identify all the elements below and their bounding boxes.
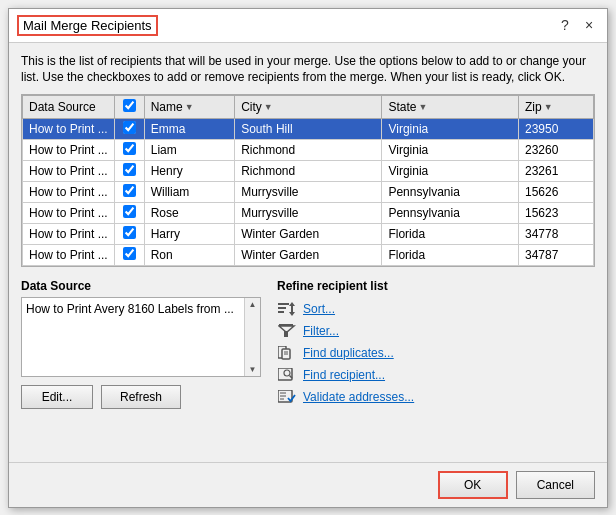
cell-city: Winter Garden (235, 245, 382, 266)
cell-name: William (144, 182, 234, 203)
filter-icon (277, 323, 297, 339)
cell-zip: 15626 (518, 182, 593, 203)
refine-recipient-item[interactable]: Find recipient... (277, 367, 595, 383)
svg-marker-4 (289, 312, 295, 316)
sort-icon (277, 301, 297, 317)
filter-link[interactable]: Filter... (303, 324, 339, 338)
city-sort-icon: ▼ (264, 102, 273, 112)
row-checkbox[interactable] (123, 163, 136, 176)
sort-link[interactable]: Sort... (303, 302, 335, 316)
dialog-body: This is the list of recipients that will… (9, 43, 607, 462)
table-row[interactable]: How to Print ...HarryWinter GardenFlorid… (23, 224, 594, 245)
cell-datasource: How to Print ... (23, 224, 115, 245)
refine-sort-item[interactable]: Sort... (277, 301, 595, 317)
cell-state: Florida (382, 224, 519, 245)
row-checkbox[interactable] (123, 226, 136, 239)
cell-datasource: How to Print ... (23, 119, 115, 140)
find-duplicates-link[interactable]: Find duplicates... (303, 346, 394, 360)
title-bar-left: Mail Merge Recipients (17, 15, 158, 36)
cell-name: Emma (144, 119, 234, 140)
refine-label: Refine recipient list (277, 279, 595, 293)
validate-link[interactable]: Validate addresses... (303, 390, 414, 404)
refine-duplicates-item[interactable]: Find duplicates... (277, 345, 595, 361)
help-button[interactable]: ? (555, 15, 575, 35)
edit-button[interactable]: Edit... (21, 385, 93, 409)
col-header-city[interactable]: City ▼ (235, 96, 382, 119)
cell-datasource: How to Print ... (23, 182, 115, 203)
cell-datasource: How to Print ... (23, 140, 115, 161)
ok-button[interactable]: OK (438, 471, 508, 499)
refine-validate-item[interactable]: Validate addresses... (277, 389, 595, 405)
close-button[interactable]: × (579, 15, 599, 35)
row-checkbox[interactable] (123, 184, 136, 197)
scroll-down-icon[interactable]: ▼ (247, 363, 259, 376)
svg-rect-0 (278, 303, 289, 305)
table-row[interactable]: How to Print ...HenryRichmondVirginia232… (23, 161, 594, 182)
cell-zip: 34787 (518, 245, 593, 266)
title-controls: ? × (555, 15, 599, 35)
cell-name: Harry (144, 224, 234, 245)
svg-point-14 (284, 370, 290, 376)
cell-name: Ron (144, 245, 234, 266)
cell-city: Murrysville (235, 203, 382, 224)
cell-state: Florida (382, 245, 519, 266)
row-checkbox[interactable] (123, 142, 136, 155)
cell-zip: 23260 (518, 140, 593, 161)
scroll-up-icon[interactable]: ▲ (247, 298, 259, 311)
cell-datasource: How to Print ... (23, 245, 115, 266)
cell-city: Richmond (235, 161, 382, 182)
cell-zip: 23950 (518, 119, 593, 140)
table-row[interactable]: How to Print ...RoseMurrysvillePennsylva… (23, 203, 594, 224)
state-sort-icon: ▼ (418, 102, 427, 112)
col-header-zip[interactable]: Zip ▼ (518, 96, 593, 119)
find-duplicates-icon (277, 345, 297, 361)
cell-city: Murrysville (235, 182, 382, 203)
cell-name: Rose (144, 203, 234, 224)
refine-filter-item[interactable]: Filter... (277, 323, 595, 339)
find-recipient-link[interactable]: Find recipient... (303, 368, 385, 382)
col-header-state[interactable]: State ▼ (382, 96, 519, 119)
col-header-datasource[interactable]: Data Source (23, 96, 115, 119)
cell-zip: 34778 (518, 224, 593, 245)
cell-zip: 15623 (518, 203, 593, 224)
row-checkbox[interactable] (123, 205, 136, 218)
data-source-box: How to Print Avery 8160 Labels from ... … (21, 297, 261, 377)
cell-checkbox[interactable] (114, 203, 144, 224)
table-row[interactable]: How to Print ...EmmaSouth HillVirginia23… (23, 119, 594, 140)
name-sort-icon: ▼ (185, 102, 194, 112)
cell-checkbox[interactable] (114, 182, 144, 203)
select-all-checkbox[interactable] (123, 99, 136, 112)
row-checkbox[interactable] (123, 247, 136, 260)
cell-checkbox[interactable] (114, 161, 144, 182)
table-body: How to Print ...EmmaSouth HillVirginia23… (23, 119, 594, 266)
cell-checkbox[interactable] (114, 245, 144, 266)
cell-state: Pennsylvania (382, 203, 519, 224)
col-header-name[interactable]: Name ▼ (144, 96, 234, 119)
mail-merge-dialog: Mail Merge Recipients ? × This is the li… (8, 8, 608, 508)
col-header-check[interactable] (114, 96, 144, 119)
refresh-button[interactable]: Refresh (101, 385, 181, 409)
cell-zip: 23261 (518, 161, 593, 182)
cell-name: Henry (144, 161, 234, 182)
cell-city: Winter Garden (235, 224, 382, 245)
scrollbar[interactable]: ▲ ▼ (244, 298, 260, 376)
table-row[interactable]: How to Print ...WilliamMurrysvillePennsy… (23, 182, 594, 203)
dialog-footer: OK Cancel (9, 462, 607, 507)
ds-buttons: Edit... Refresh (21, 385, 261, 409)
cell-checkbox[interactable] (114, 119, 144, 140)
cell-state: Pennsylvania (382, 182, 519, 203)
cancel-button[interactable]: Cancel (516, 471, 595, 499)
cell-state: Virginia (382, 140, 519, 161)
svg-rect-2 (278, 311, 284, 313)
table-row[interactable]: How to Print ...LiamRichmondVirginia2326… (23, 140, 594, 161)
data-source-label: Data Source (21, 279, 261, 293)
table-row[interactable]: How to Print ...RonWinter GardenFlorida3… (23, 245, 594, 266)
cell-state: Virginia (382, 161, 519, 182)
row-checkbox[interactable] (123, 121, 136, 134)
validate-icon (277, 389, 297, 405)
cell-city: Richmond (235, 140, 382, 161)
cell-checkbox[interactable] (114, 224, 144, 245)
table-header-row: Data Source Name ▼ (23, 96, 594, 119)
recipients-table: Data Source Name ▼ (22, 95, 594, 266)
cell-checkbox[interactable] (114, 140, 144, 161)
